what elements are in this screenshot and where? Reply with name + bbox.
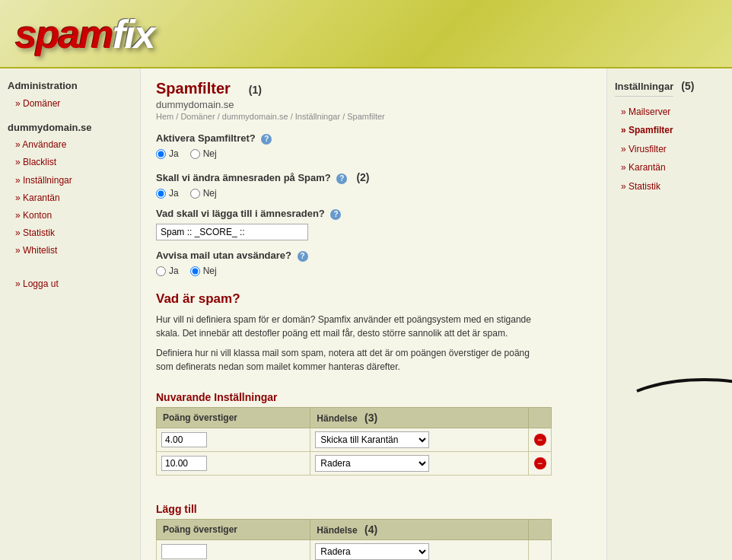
action-select-0[interactable]: Skicka till KarantänRaderaMärk som spam: [315, 431, 429, 448]
score-input-0[interactable]: [161, 432, 207, 447]
reject-nej-option[interactable]: Nej: [190, 266, 217, 276]
logo: spamfix: [15, 11, 154, 57]
action-cell-0: Skicka till KarantänRaderaMärk som spam: [310, 428, 529, 452]
subject-ja-label: Ja: [169, 188, 179, 199]
right-sidebar-item-mailserver[interactable]: Mailserver: [615, 103, 724, 121]
left-sidebar: Administration Domäner dummydomain.se An…: [0, 68, 141, 560]
subject-change-label: Skall vi ändra ämnesraden på Spam? ?: [156, 172, 347, 184]
activate-ja-radio[interactable]: [156, 149, 166, 159]
subject-nej-radio[interactable]: [190, 189, 200, 199]
action-cell-1: Skicka till KarantänRaderaMärk som spam: [310, 452, 529, 476]
sidebar-item-statistik[interactable]: Statistik: [8, 224, 132, 242]
admin-section-title: Administration: [8, 80, 132, 91]
subject-input[interactable]: [156, 224, 308, 240]
remove-cell-1: −: [529, 452, 552, 476]
reject-label: Avvisa mail utan avsändare? ?: [156, 250, 591, 262]
right-sidebar-items: MailserverSpamfilterVirusfilterKarantänS…: [615, 103, 724, 196]
add-score-input[interactable]: [161, 544, 207, 559]
col-remove-header: [529, 408, 552, 428]
sidebar-item-installningar[interactable]: Inställningar: [8, 172, 132, 189]
sidebar-item-anvandare[interactable]: Användare: [8, 136, 132, 154]
activate-radio-group: Ja Nej: [156, 148, 591, 159]
add-action-select[interactable]: Radera Skicka till Karantän Märk som spa…: [315, 543, 429, 560]
subject-help-icon[interactable]: ?: [336, 173, 347, 184]
col-score-header: Poäng överstiger: [157, 408, 310, 428]
main-content: Spamfilter (1) dummydomain.se Hem / Domä…: [141, 68, 606, 560]
logo-spam: spam: [15, 12, 113, 56]
remove-cell-0: −: [529, 428, 552, 452]
table-row: Skicka till KarantänRaderaMärk som spam−: [157, 452, 552, 476]
action-select-1[interactable]: Skicka till KarantänRaderaMärk som spam: [315, 455, 429, 472]
spam-definition-section: Vad är spam? Hur vill ni definiera spam …: [156, 291, 591, 374]
subject-nej-label: Nej: [203, 188, 217, 199]
add-score-cell: [157, 540, 310, 561]
reject-nej-radio[interactable]: [190, 266, 200, 276]
annotation-2: (2): [356, 171, 369, 183]
add-col-empty: [529, 520, 552, 540]
activate-nej-label: Nej: [203, 148, 217, 159]
reject-ja-radio[interactable]: [156, 266, 166, 276]
annotation-3: (3): [364, 412, 377, 424]
sidebar-item-konton[interactable]: Konton: [8, 207, 132, 224]
activate-help-icon[interactable]: ?: [261, 134, 272, 145]
annotation-5: (5): [681, 80, 694, 92]
description-2: Definiera hur ni vill klassa mail som sp…: [156, 346, 536, 374]
score-input-1[interactable]: [161, 456, 207, 471]
logo-fix: fix: [113, 12, 154, 56]
breadcrumb: Hem / Domäner / dummydomain.se / Inställ…: [156, 112, 591, 121]
add-col-score-header: Poäng överstiger: [157, 520, 310, 540]
add-remove-cell: [529, 540, 552, 561]
reject-ja-option[interactable]: Ja: [156, 266, 179, 276]
right-sidebar-item-spamfilter[interactable]: Spamfilter: [615, 121, 724, 139]
what-is-spam-title: Vad är spam?: [156, 291, 591, 307]
reject-nej-label: Nej: [203, 266, 217, 276]
activate-nej-radio[interactable]: [190, 149, 200, 159]
reject-radio-group: Ja Nej: [156, 266, 591, 276]
activate-ja-option[interactable]: Ja: [156, 148, 179, 159]
domain-name: dummydomain.se: [156, 99, 591, 110]
current-settings-table: Poäng överstiger Händelse (3) Skicka til…: [156, 407, 552, 476]
sidebar-domain-title: dummydomain.se: [8, 122, 132, 133]
add-action-cell: Radera Skicka till Karantän Märk som spa…: [310, 540, 529, 561]
table-row: Skicka till KarantänRaderaMärk som spam−: [157, 428, 552, 452]
activate-label: Aktivera Spamfiltret? ?: [156, 132, 591, 145]
activate-nej-option[interactable]: Nej: [190, 148, 217, 159]
right-sidebar-title: Inställningar: [615, 81, 673, 97]
current-settings-title: Nuvarande Inställningar: [156, 391, 277, 403]
add-section-title: Lägg till: [156, 503, 197, 515]
add-subject-help-icon[interactable]: ?: [330, 209, 341, 220]
sidebar-item-karantan[interactable]: Karantän: [8, 189, 132, 207]
col-action-header: Händelse (3): [310, 408, 529, 428]
page-title: Spamfilter: [156, 80, 231, 97]
right-sidebar-item-karantän[interactable]: Karantän: [615, 158, 724, 177]
sidebar-item-logout[interactable]: Logga ut: [8, 275, 132, 293]
right-sidebar-item-virusfilter[interactable]: Virusfilter: [615, 140, 724, 158]
right-sidebar-item-statistik[interactable]: Statistik: [615, 177, 724, 196]
sidebar-item-blacklist[interactable]: Blacklist: [8, 154, 132, 171]
score-cell-1: [157, 452, 310, 476]
annotation-1: (1): [249, 84, 262, 96]
annotation-arrow: [629, 372, 732, 410]
subject-radio-group: Ja Nej: [156, 188, 591, 199]
page-layout: Administration Domäner dummydomain.se An…: [0, 68, 732, 560]
add-subject-label: Vad skall vi lägga till i ämnesraden? ?: [156, 208, 591, 220]
reject-help-icon[interactable]: ?: [298, 251, 308, 262]
subject-ja-option[interactable]: Ja: [156, 188, 179, 199]
header: spamfix: [0, 0, 732, 68]
sidebar-item-domaner[interactable]: Domäner: [8, 95, 132, 113]
add-col-action-header: Händelse (4): [310, 520, 529, 540]
sidebar-item-whitelist[interactable]: Whitelist: [8, 242, 132, 259]
right-sidebar: Inställningar (5) MailserverSpamfilterVi…: [606, 68, 732, 560]
score-cell-0: [157, 428, 310, 452]
subject-ja-radio[interactable]: [156, 189, 166, 199]
subject-nej-option[interactable]: Nej: [190, 188, 217, 199]
add-row: Radera Skicka till Karantän Märk som spa…: [157, 540, 552, 561]
add-settings-table: Poäng överstiger Händelse (4): [156, 519, 552, 560]
activate-ja-label: Ja: [169, 148, 179, 159]
remove-button-0[interactable]: −: [534, 434, 546, 446]
reject-ja-label: Ja: [169, 266, 179, 276]
annotation-4: (4): [364, 523, 377, 536]
description-1: Hur vill ni definiera spam för er domän?…: [156, 313, 536, 340]
remove-button-1[interactable]: −: [534, 457, 546, 469]
